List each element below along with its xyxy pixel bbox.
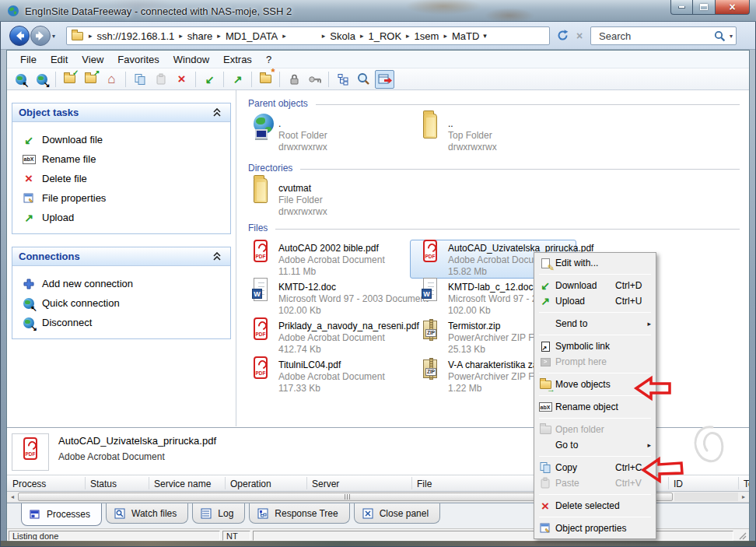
toolbar-key-button[interactable]: [305, 70, 324, 89]
breadcrumb-separator-icon[interactable]: ▸: [317, 32, 331, 40]
breadcrumb[interactable]: ▸ssh://192.168.1.1▸share▸MD1_DATA▸▸Skola…: [66, 26, 550, 45]
sidebar-item-upload[interactable]: ↗Upload: [12, 208, 230, 227]
tab-processes[interactable]: Processes: [21, 503, 102, 526]
sidebar-item-download-file[interactable]: ↙Download file: [12, 130, 230, 149]
toolbar-new-folder-button[interactable]: *: [256, 70, 275, 89]
forward-button[interactable]: [30, 25, 51, 47]
context-menu-item-copy[interactable]: CopyCtrl+C: [534, 460, 656, 475]
sidebar-item-add-new-connection[interactable]: Add new connection: [12, 274, 230, 293]
file-item-autocad-2002-bible-pdf[interactable]: PDFAutoCAD 2002 bible.pdfAdobe Acrobat D…: [240, 240, 407, 279]
close-button[interactable]: ×: [715, 0, 750, 15]
breadcrumb-segment-share[interactable]: share: [187, 30, 213, 42]
toolbar-folder-check-button[interactable]: ✓: [60, 70, 79, 89]
toolbar-delete-button[interactable]: ×: [172, 70, 191, 89]
breadcrumb-separator-icon[interactable]: ▸: [212, 32, 226, 40]
sidebar-item-disconnect[interactable]: ↘Disconnect: [12, 313, 230, 332]
sidebar-item-file-properties[interactable]: File properties: [12, 188, 230, 208]
toolbar-download-button[interactable]: ↙: [200, 70, 219, 89]
file-item-priklady-a-navody-na-reseni-pdf[interactable]: PDFPriklady_a_navody_na_reseni.pdfAdobe …: [240, 317, 407, 356]
context-menu-item-download[interactable]: ↙DownloadCtrl+D: [534, 278, 656, 293]
maximize-button[interactable]: [693, 0, 715, 15]
breadcrumb-separator-icon[interactable]: ▸: [84, 32, 97, 40]
toolbar-lock-button[interactable]: [284, 70, 303, 89]
history-dropdown-icon[interactable]: ▾: [52, 33, 55, 40]
context-menu-item-delete-selected[interactable]: ×Delete selected: [534, 498, 656, 514]
search-box[interactable]: ▾: [590, 26, 737, 45]
sidebar-item-delete-file[interactable]: ×Delete file: [12, 169, 230, 188]
breadcrumb-separator-icon[interactable]: ▸: [278, 32, 291, 40]
menu-file[interactable]: File: [13, 54, 44, 65]
panel-header-object-tasks[interactable]: Object tasks: [12, 103, 230, 122]
file-item-[interactable]: .Root Folderdrwxrwxrwx: [240, 115, 407, 159]
breadcrumb-segment-skola[interactable]: Skola: [330, 30, 355, 42]
toolbar-home-button[interactable]: ⌂: [102, 70, 121, 89]
file-item-kmtd-12-doc[interactable]: WKMTD-12.docMicrosoft Word 97 - 2003 Doc…: [240, 279, 407, 317]
breadcrumb-separator-icon[interactable]: ▸: [401, 32, 415, 40]
breadcrumb-segment-ssh-192-168-1[interactable]: ssh://192.168.1: [97, 30, 166, 42]
menu-window[interactable]: Window: [166, 54, 216, 65]
column-header-file[interactable]: File: [417, 475, 432, 492]
breadcrumb-separator-icon[interactable]: ▸: [439, 32, 452, 40]
menu-favorites[interactable]: Favorites: [110, 54, 166, 65]
breadcrumb-segment-md1-data[interactable]: MD1_DATA: [226, 30, 278, 42]
menu-[interactable]: ?: [259, 54, 278, 65]
context-menu-item-symbolic-link[interactable]: ↗Symbolic link: [534, 338, 656, 354]
scroll-left-icon[interactable]: ◂: [7, 492, 18, 502]
clear-address-icon[interactable]: ×: [576, 30, 583, 41]
menu-edit[interactable]: Edit: [44, 54, 75, 65]
toolbar-upload-button[interactable]: ↗: [228, 70, 247, 89]
refresh-icon[interactable]: [556, 29, 569, 45]
breadcrumb-segment-matd[interactable]: MaTD: [452, 30, 479, 42]
column-header-operation[interactable]: Operation: [230, 475, 271, 492]
breadcrumb-dropdown-icon[interactable]: ▾: [479, 32, 491, 40]
breadcrumb-separator-icon[interactable]: ▸: [174, 32, 187, 40]
column-header-status[interactable]: Status: [90, 475, 117, 492]
context-menu-item-move-objects[interactable]: →Move objects: [534, 377, 656, 392]
column-header-service-name[interactable]: Service name: [154, 475, 211, 492]
column-header-id[interactable]: ID: [674, 475, 683, 492]
sidebar-item-rename-file[interactable]: abXRename file: [12, 149, 230, 169]
column-header-process[interactable]: Process: [12, 475, 46, 492]
context-menu-item-upload[interactable]: ↗UploadCtrl+U: [534, 293, 656, 309]
toolbar-folder-send-button[interactable]: ↗: [81, 70, 100, 89]
toolbar-paste-button[interactable]: [151, 70, 170, 89]
toolbar-panel-button[interactable]: [375, 70, 394, 89]
toolbar-tree-button[interactable]: [333, 70, 352, 89]
file-item-[interactable]: ..Top Folderdrwxrwxrwx: [410, 115, 576, 159]
toolbar-search-button[interactable]: [354, 70, 373, 89]
back-button[interactable]: [9, 25, 30, 47]
chevron-up-icon[interactable]: [210, 250, 224, 264]
context-menu-item-rename-object[interactable]: abXRename object: [534, 399, 656, 415]
tab-log[interactable]: Log: [192, 503, 245, 524]
toolbar-copy-button[interactable]: [130, 70, 149, 89]
scroll-right-icon[interactable]: ▸: [738, 492, 749, 502]
sidebar-item-quick-connection[interactable]: ↖Quick connection: [12, 293, 230, 313]
column-header-to[interactable]: To: [744, 475, 749, 492]
menu-extras[interactable]: Extras: [216, 54, 259, 65]
file-item-cvutmat[interactable]: cvutmatFile Folderdrwxrwxrwx: [240, 180, 407, 219]
column-header-server[interactable]: Server: [312, 475, 339, 492]
context-menu-item-object-properties[interactable]: Object properties: [534, 521, 656, 536]
tab-close-panel[interactable]: Close panel: [354, 503, 440, 524]
breadcrumb-segment-1-rok[interactable]: 1_ROK: [368, 30, 401, 42]
scrollbar-track[interactable]: [674, 493, 738, 501]
file-item-titulnilc04-pdf[interactable]: PDFTitulniLC04.pdfAdobe Acrobat Document…: [240, 356, 407, 395]
search-icon[interactable]: [713, 29, 727, 43]
toolbar-connect-button[interactable]: ↖: [11, 70, 30, 89]
context-menu-item-send-to[interactable]: Send to▸: [534, 316, 656, 331]
panel-header-connections[interactable]: Connections: [12, 247, 230, 266]
search-input[interactable]: [597, 30, 713, 43]
context-menu-item-edit-with[interactable]: ✎Edit with...: [534, 255, 656, 271]
context-menu-item-go-to[interactable]: Go to▸: [534, 437, 656, 453]
tab-response-tree[interactable]: Response Tree: [249, 503, 349, 524]
breadcrumb-separator-icon[interactable]: ▸: [355, 32, 369, 40]
breadcrumb-segment-1[interactable]: .1: [166, 30, 174, 42]
search-dropdown-icon[interactable]: ▾: [730, 33, 733, 40]
menu-view[interactable]: View: [75, 54, 110, 65]
minimize-button[interactable]: [670, 0, 693, 15]
chevron-up-icon[interactable]: [210, 106, 224, 120]
tab-watch-files[interactable]: Watch files: [106, 503, 188, 524]
breadcrumb-segment-1sem[interactable]: 1sem: [415, 30, 439, 42]
toolbar-disconnect-button[interactable]: ↘: [32, 70, 51, 89]
resize-grip[interactable]: [738, 531, 747, 541]
